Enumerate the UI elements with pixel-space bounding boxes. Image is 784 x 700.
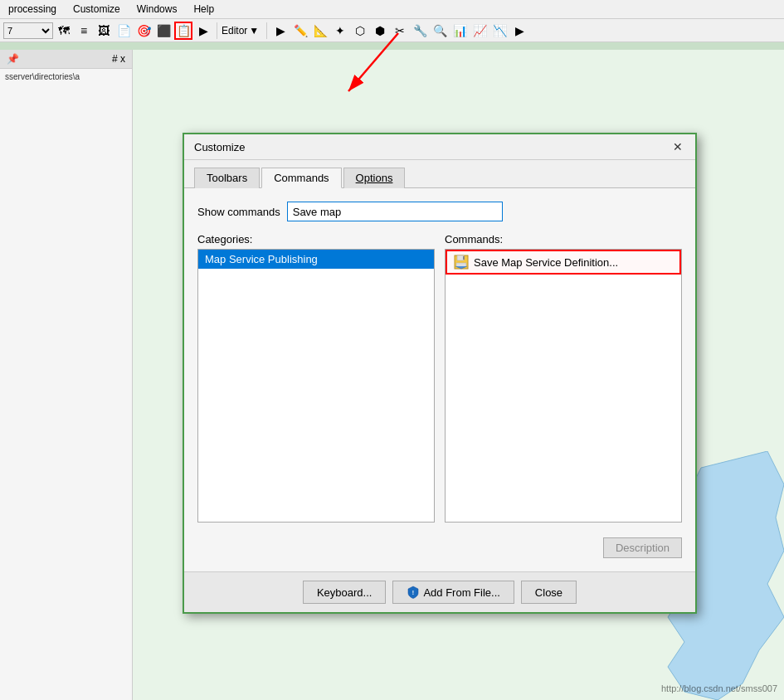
dialog-tabs: Toolbars Commands Options: [184, 160, 695, 187]
categories-list[interactable]: Map Service Publishing: [197, 249, 435, 523]
dialog-overlay: Customize ✕ Toolbars Commands Options Sh…: [0, 0, 784, 700]
categories-header: Categories:: [197, 233, 435, 245]
categories-column: Categories: Map Service Publishing: [197, 233, 435, 523]
command-item-save-map-service-definition[interactable]: Save Map Service Definition...: [446, 250, 681, 275]
dialog-titlebar: Customize ✕: [184, 134, 695, 160]
tab-options[interactable]: Options: [343, 168, 406, 188]
watermark: http://blog.csdn.net/smss007: [661, 683, 777, 693]
shield-icon: !: [407, 586, 420, 599]
show-commands-row: Show commands: [197, 202, 682, 221]
svg-text:!: !: [412, 590, 414, 595]
show-commands-input[interactable]: [287, 202, 503, 221]
dialog-content: Show commands Categories: Map Service Pu…: [184, 187, 695, 571]
tab-commands[interactable]: Commands: [261, 168, 341, 188]
add-from-file-label: Add From File...: [423, 586, 499, 599]
customize-dialog: Customize ✕ Toolbars Commands Options Sh…: [183, 133, 697, 614]
show-commands-label: Show commands: [197, 206, 280, 218]
tab-toolbars[interactable]: Toolbars: [194, 168, 260, 188]
description-row: Description: [197, 537, 682, 558]
dialog-footer: Keyboard... ! Add From File... Close: [184, 571, 695, 612]
dialog-close-button[interactable]: ✕: [670, 139, 685, 154]
app-background: processing Customize Windows Help 7 🗺 ≡ …: [0, 0, 784, 700]
close-button[interactable]: Close: [521, 581, 577, 604]
add-from-file-button[interactable]: ! Add From File...: [392, 581, 514, 604]
command-item-label: Save Map Service Definition...: [474, 256, 618, 269]
commands-column: Commands:: [445, 233, 682, 523]
category-item-map-service-publishing[interactable]: Map Service Publishing: [198, 250, 434, 269]
commands-header: Commands:: [445, 233, 682, 245]
tab-options-label: Options: [356, 172, 393, 184]
keyboard-button[interactable]: Keyboard...: [303, 581, 387, 604]
two-column-area: Categories: Map Service Publishing Comma…: [197, 233, 682, 523]
svg-rect-3: [457, 255, 464, 260]
dialog-title: Customize: [194, 141, 245, 153]
commands-list[interactable]: Save Map Service Definition...: [445, 249, 682, 523]
svg-rect-5: [463, 256, 465, 260]
save-map-service-icon: [454, 255, 469, 270]
description-button[interactable]: Description: [603, 537, 682, 558]
